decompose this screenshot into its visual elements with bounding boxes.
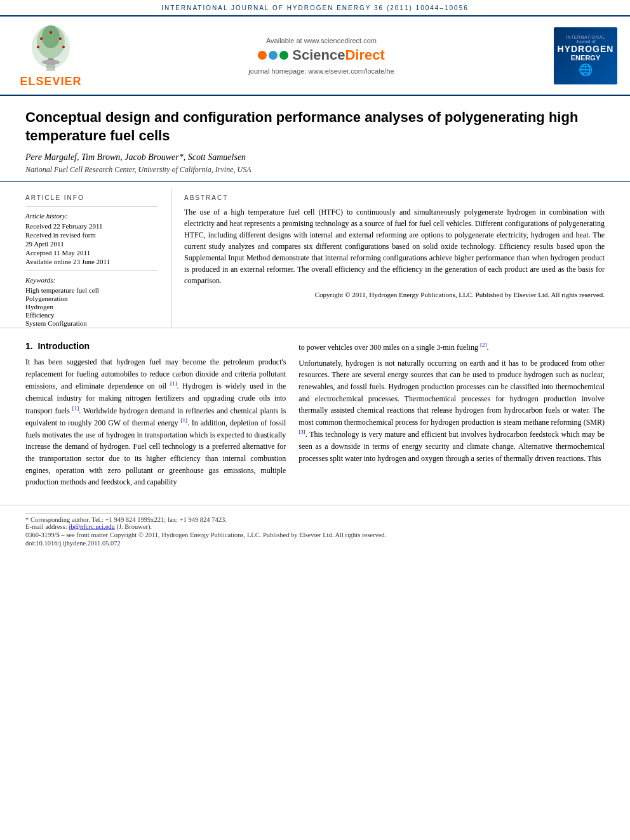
intro-left-column: 1. Introduction It has been suggested th… bbox=[25, 341, 286, 492]
sd-dot-blue bbox=[269, 51, 278, 60]
journal-header-text: International Journal of Hydrogen Energy… bbox=[161, 4, 469, 11]
keyword-5: System Configuration bbox=[25, 319, 158, 327]
svg-point-8 bbox=[62, 46, 65, 48]
sd-dot-green bbox=[279, 51, 288, 60]
keyword-3: Hydrogen bbox=[25, 303, 158, 310]
section-title-text: Introduction bbox=[37, 341, 90, 351]
svg-point-6 bbox=[59, 37, 62, 40]
badge-hydrogen: HYDROGEN bbox=[558, 44, 614, 54]
footnote-divider bbox=[25, 513, 152, 514]
info-divider bbox=[25, 206, 158, 207]
article-info-abstract: Article Info Article history: Received 2… bbox=[0, 188, 630, 328]
available-text: Available at www.sciencedirect.com bbox=[266, 37, 377, 44]
abstract-copyright: Copyright © 2011, Hydrogen Energy Public… bbox=[184, 290, 605, 300]
section-number: 1. bbox=[25, 341, 33, 351]
keyword-2: Polygeneration bbox=[25, 295, 158, 302]
right-para1: to power vehicles over 300 miles on a si… bbox=[298, 341, 605, 354]
main-content: 1. Introduction It has been suggested th… bbox=[0, 328, 630, 505]
article-title: Conceptual design and configuration perf… bbox=[25, 109, 605, 145]
ref1c[interactable]: [1] bbox=[180, 417, 187, 423]
journal-homepage: journal homepage: www.elsevier.com/locat… bbox=[248, 67, 394, 75]
hydrogen-energy-badge: International Journal of HYDROGEN ENERGY… bbox=[554, 27, 617, 84]
abstract-label: Abstract bbox=[184, 194, 605, 201]
history-label: Article history: bbox=[25, 212, 158, 220]
badge-of: Journal of bbox=[576, 39, 596, 44]
globe-icon: 🌐 bbox=[579, 63, 593, 77]
science-text: Science bbox=[292, 47, 345, 63]
accepted-date: Accepted 11 May 2011 bbox=[25, 249, 158, 257]
sciencedirect-logo: ScienceDirect bbox=[258, 47, 385, 63]
elsevier-brand-text: ELSEVIER bbox=[20, 75, 81, 88]
journal-header: International Journal of Hydrogen Energy… bbox=[0, 0, 630, 17]
sciencedirect-name: ScienceDirect bbox=[292, 47, 385, 63]
svg-point-7 bbox=[37, 46, 39, 48]
sd-dots-icon bbox=[258, 51, 288, 60]
badge-energy: ENERGY bbox=[571, 54, 600, 62]
revised-date: 29 April 2011 bbox=[25, 240, 158, 248]
doi-line: doi:10.1016/j.ijhydene.2011.05.072 bbox=[25, 540, 605, 547]
ref1b[interactable]: [1] bbox=[72, 405, 79, 411]
authors: Pere Margalef, Tim Brown, Jacob Brouwer*… bbox=[25, 152, 605, 163]
elsevier-tree-icon bbox=[22, 23, 79, 74]
intro-right-column: to power vehicles over 300 miles on a si… bbox=[298, 341, 605, 492]
svg-point-10 bbox=[42, 60, 60, 65]
article-info-column: Article Info Article history: Received 2… bbox=[25, 188, 171, 328]
direct-text: Direct bbox=[345, 47, 384, 63]
intro-section-title: 1. Introduction bbox=[25, 341, 286, 351]
page-footer: * Corresponding author. Tel.: +1 949 824… bbox=[0, 505, 630, 550]
logo-bar: ELSEVIER Available at www.sciencedirect.… bbox=[0, 17, 630, 96]
keyword-1: High temperature fuel cell bbox=[25, 286, 158, 294]
copyright-footer: 0360-3199/$ – see front matter Copyright… bbox=[25, 531, 605, 538]
keyword-4: Efficiency bbox=[25, 311, 158, 319]
svg-point-5 bbox=[50, 31, 52, 34]
article-info-label: Article Info bbox=[25, 194, 158, 201]
abstract-column: Abstract The use of a high temperature f… bbox=[171, 188, 605, 328]
email-person: (J. Brouwer). bbox=[117, 523, 152, 530]
corresponding-author-note: * Corresponding author. Tel.: +1 949 824… bbox=[25, 516, 605, 523]
article-title-section: Conceptual design and configuration perf… bbox=[0, 96, 630, 182]
intro-para1: It has been suggested that hydrogen fuel… bbox=[25, 356, 286, 488]
affiliation: National Fuel Cell Research Center, Univ… bbox=[25, 165, 605, 175]
ref1[interactable]: [1] bbox=[170, 380, 177, 387]
ref2[interactable]: [2] bbox=[480, 342, 487, 348]
keywords-divider bbox=[25, 270, 158, 271]
received-revised-label: Received in revised form bbox=[25, 231, 158, 239]
right-para2: Unfortunately, hydrogen is not naturally… bbox=[298, 357, 605, 464]
sd-dot-orange bbox=[258, 51, 267, 60]
svg-point-3 bbox=[42, 25, 60, 48]
received-date: Received 22 February 2011 bbox=[25, 222, 158, 230]
email-link[interactable]: jb@nfcrc.uci.edu bbox=[69, 523, 115, 530]
keywords-label: Keywords: bbox=[25, 276, 158, 284]
center-logo: Available at www.sciencedirect.com Scien… bbox=[89, 37, 554, 75]
email-address-line: E-mail address: jb@nfcrc.uci.edu (J. Bro… bbox=[25, 523, 605, 530]
email-label: E-mail address: bbox=[25, 523, 67, 530]
abstract-text: The use of a high temperature fuel cell … bbox=[184, 206, 605, 286]
svg-point-4 bbox=[40, 37, 43, 40]
elsevier-logo: ELSEVIER bbox=[13, 23, 89, 88]
available-online: Available online 23 June 2011 bbox=[25, 258, 158, 265]
ref3[interactable]: [3] bbox=[298, 429, 305, 435]
badge-intl: International bbox=[566, 35, 605, 39]
